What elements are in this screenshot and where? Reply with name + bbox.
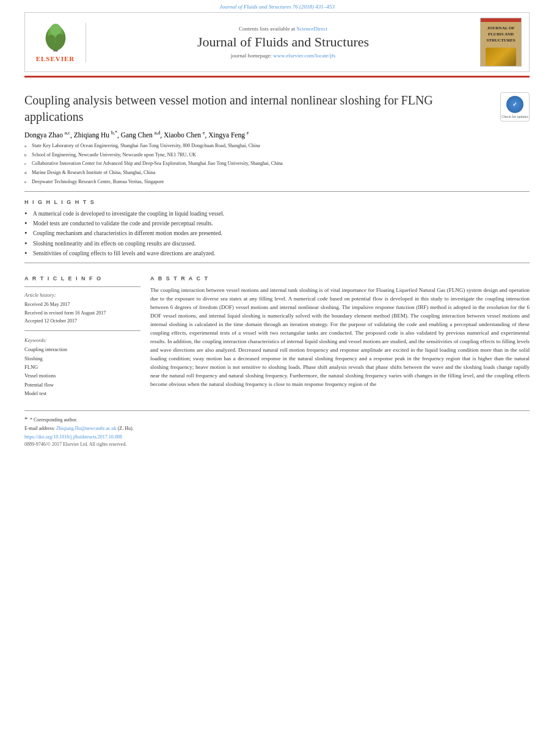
revised-date: Received in revised form 16 August 2017 xyxy=(24,309,140,318)
keyword-1: Coupling interaction xyxy=(24,345,140,354)
accepted-date: Accepted 12 October 2017 xyxy=(24,317,140,325)
article-dates: Received 26 May 2017 Received in revised… xyxy=(24,300,140,325)
journal-ref-text: Journal of Fluids and Structures 76 (201… xyxy=(219,4,334,10)
right-column: A B S T R A C T The coupling interaction… xyxy=(150,268,530,398)
keyword-2: Sloshing xyxy=(24,354,140,363)
highlight-item-5: Sensitivities of coupling effects to fil… xyxy=(24,250,530,258)
affil-a-text: State Key Laboratory of Ocean Engineerin… xyxy=(32,142,260,150)
highlight-item-1: A numerical code is developed to investi… xyxy=(24,210,530,218)
header-center-block: Contents lists available at ScienceDirec… xyxy=(92,26,474,59)
homepage-label: journal homepage: xyxy=(231,53,272,59)
affil-d-text: Marine Design & Research Institute of Ch… xyxy=(32,169,155,177)
email-label: E-mail address: xyxy=(24,426,55,431)
homepage-line: journal homepage: www.elsevier.com/locat… xyxy=(92,53,474,59)
affil-c-text: Collaborative Innovation Center for Adva… xyxy=(32,160,283,168)
received-date: Received 26 May 2017 xyxy=(24,300,140,309)
divider-before-two-col xyxy=(24,263,530,263)
logo-red-stripe xyxy=(481,18,521,22)
journal-logo-text: JOURNAL OFFLUIDS ANDSTRUCTURES xyxy=(484,23,517,46)
journal-reference-bar: Journal of Fluids and Structures 76 (201… xyxy=(0,0,554,12)
elsevier-brand-text: ELSEVIER xyxy=(36,55,75,62)
left-column: A R T I C L E I N F O Article history: R… xyxy=(24,268,140,398)
keywords-list: Coupling interaction Sloshing FLNG Vesse… xyxy=(24,345,140,398)
journal-cover-image: JOURNAL OFFLUIDS ANDSTRUCTURES xyxy=(480,18,522,67)
highlights-list: A numerical code is developed to investi… xyxy=(24,210,530,258)
elsevier-tree-icon xyxy=(37,23,74,53)
article-title: Coupling analysis between vessel motion … xyxy=(24,92,493,125)
abstract-text: The coupling interaction between vessel … xyxy=(150,286,530,388)
highlights-label: H I G H L I G H T S xyxy=(24,199,530,205)
journal-cover-graphic xyxy=(486,48,516,66)
email-line: E-mail address: Zhiqiang.Hu@newcastle.ac… xyxy=(24,426,530,431)
highlight-item-4: Sloshing nonlinearity and its effects on… xyxy=(24,240,530,248)
keyword-6: Model test xyxy=(24,389,140,398)
contents-available-line: Contents lists available at ScienceDirec… xyxy=(92,26,474,32)
article-info-box: Article history: Received 26 May 2017 Re… xyxy=(24,286,140,331)
star-symbol: * xyxy=(24,416,27,423)
keyword-4: Vessel motions xyxy=(24,371,140,380)
keywords-label: Keywords: xyxy=(24,337,140,343)
footer-section: * * Corresponding author. E-mail address… xyxy=(24,410,530,447)
affil-d: d Marine Design & Research Institute of … xyxy=(24,169,530,177)
keywords-box: Keywords: Coupling interaction Sloshing … xyxy=(24,337,140,398)
svg-point-4 xyxy=(46,35,56,46)
highlight-item-3: Coupling mechanism and characteristics i… xyxy=(24,230,530,238)
check-updates-label: Check for updates xyxy=(501,115,528,118)
journal-title-header: Journal of Fluids and Structures xyxy=(92,34,474,50)
affil-b-text: School of Engineering, Newcastle Univers… xyxy=(32,151,196,159)
affil-e-text: Deepwater Technology Research Centre, Bu… xyxy=(32,178,164,186)
article-info-label: A R T I C L E I N F O xyxy=(24,275,140,282)
journal-header: ELSEVIER Contents lists available at Sci… xyxy=(24,12,530,72)
authors-line: Dongya Zhao a,c, Zhiqiang Hu b,*, Gang C… xyxy=(24,130,530,139)
check-updates-badge: ✓ Check for updates xyxy=(500,92,530,122)
affil-e: e Deepwater Technology Research Centre, … xyxy=(24,178,530,186)
affil-a: a State Key Laboratory of Ocean Engineer… xyxy=(24,142,530,150)
affil-b: b School of Engineering, Newcastle Unive… xyxy=(24,151,530,159)
main-content: Coupling analysis between vessel motion … xyxy=(24,78,530,447)
corresponding-note: * * Corresponding author. xyxy=(24,416,530,423)
email-address[interactable]: Zhiqiang.Hu@newcastle.ac.uk xyxy=(56,426,118,431)
divider-after-affiliations xyxy=(24,191,530,192)
copyright-line: 0889-9746/© 2017 Elsevier Ltd. All right… xyxy=(24,442,530,447)
contents-text: Contents lists available at xyxy=(239,26,295,32)
elsevier-logo-block: ELSEVIER xyxy=(31,23,86,62)
keyword-5: Potential flow xyxy=(24,380,140,389)
journal-logo-right: JOURNAL OFFLUIDS ANDSTRUCTURES xyxy=(480,18,523,67)
highlight-item-2: Model tests are conducted to validate th… xyxy=(24,220,530,228)
affiliations-block: a State Key Laboratory of Ocean Engineer… xyxy=(24,142,530,186)
affil-c: c Collaborative Innovation Center for Ad… xyxy=(24,160,530,168)
check-updates-icon: ✓ xyxy=(506,96,523,113)
doi-link[interactable]: https://doi.org/10.1016/j.jfluidstructs.… xyxy=(24,434,530,440)
homepage-url[interactable]: www.elsevier.com/locate/jfs xyxy=(273,53,335,59)
svg-point-5 xyxy=(56,34,65,45)
corresponding-label: * Corresponding author. xyxy=(30,417,78,423)
sciencedirect-link[interactable]: ScienceDirect xyxy=(297,26,327,32)
article-history-label: Article history: xyxy=(24,292,140,298)
keyword-3: FLNG xyxy=(24,363,140,371)
abstract-label: A B S T R A C T xyxy=(150,275,530,282)
email-suffix: (Z. Hu). xyxy=(118,426,134,431)
article-title-section: Coupling analysis between vessel motion … xyxy=(24,92,530,125)
page-wrapper: Journal of Fluids and Structures 76 (201… xyxy=(0,0,554,756)
two-column-section: A R T I C L E I N F O Article history: R… xyxy=(24,268,530,398)
